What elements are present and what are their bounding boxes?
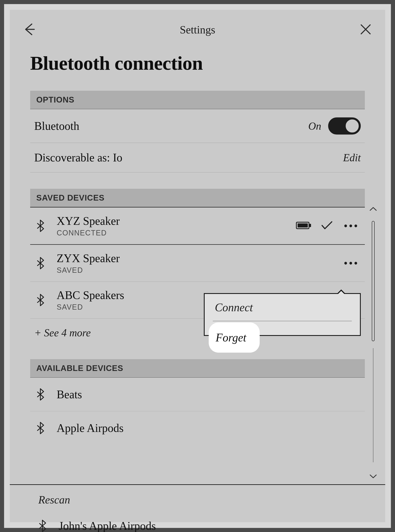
bluetooth-state-label: On	[308, 120, 321, 132]
bluetooth-toggle[interactable]	[328, 117, 361, 135]
close-icon[interactable]	[358, 22, 373, 38]
section-available-header: AVAILABLE DEVICES	[30, 359, 365, 378]
device-status: SAVED	[57, 266, 332, 274]
device-name: Apple Airpods	[57, 422, 124, 435]
header-title: Settings	[180, 23, 215, 36]
discoverable-row: Discoverable as: Io Edit	[30, 143, 365, 172]
rescan-button[interactable]: Rescan	[10, 484, 385, 515]
bluetooth-icon	[34, 220, 46, 232]
edit-link[interactable]: Edit	[343, 152, 361, 164]
saved-device-row[interactable]: XYZ Speaker CONNECTED •••	[30, 208, 365, 245]
scroll-thumb[interactable]	[372, 221, 375, 341]
page-title: Bluetooth connection	[30, 52, 365, 74]
section-saved-header: SAVED DEVICES	[30, 189, 365, 208]
bluetooth-label: Bluetooth	[34, 120, 79, 132]
bluetooth-icon	[34, 294, 46, 306]
device-name: XYZ Speaker	[57, 214, 286, 227]
section-options-header: OPTIONS	[30, 91, 365, 109]
popup-connect[interactable]: Connect	[205, 294, 360, 321]
bluetooth-toggle-row: Bluetooth On	[30, 109, 365, 143]
scroll-down-icon[interactable]	[369, 474, 377, 479]
svg-rect-5	[309, 224, 311, 227]
svg-rect-4	[298, 223, 308, 227]
device-name: Beats	[57, 388, 82, 401]
bluetooth-icon	[34, 257, 46, 269]
header-bar: Settings	[10, 10, 385, 44]
battery-icon	[296, 221, 312, 231]
scroll-up-icon[interactable]	[369, 206, 377, 211]
popup-forget[interactable]: Forget	[209, 323, 260, 353]
discoverable-label: Discoverable as: Io	[34, 151, 122, 164]
back-arrow-icon[interactable]	[22, 22, 37, 38]
bluetooth-icon	[34, 388, 46, 400]
settings-panel: Settings Bluetooth connection OPTIONS Bl…	[10, 10, 385, 522]
check-icon	[321, 221, 333, 231]
device-name: ZYX Speaker	[57, 252, 332, 265]
bluetooth-icon	[34, 422, 46, 434]
available-device-row[interactable]: Apple Airpods	[30, 411, 365, 445]
available-device-row[interactable]: Beats	[30, 378, 365, 411]
device-status: CONNECTED	[57, 229, 286, 237]
device-name: John's Apple Airpods	[59, 519, 156, 532]
scrollbar[interactable]	[371, 214, 375, 471]
saved-device-row[interactable]: ZYX Speaker SAVED •••	[30, 245, 365, 282]
available-device-row[interactable]: John's Apple Airpods	[36, 519, 156, 532]
more-options-icon[interactable]: •••	[342, 258, 361, 268]
more-options-icon[interactable]: •••	[342, 221, 361, 231]
bluetooth-icon	[36, 520, 49, 532]
